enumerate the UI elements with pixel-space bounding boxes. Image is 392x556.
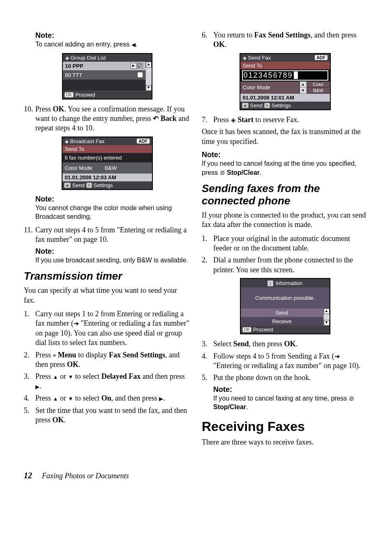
screen-footer: OK Proceed <box>63 91 152 99</box>
t: , then press <box>249 340 284 348</box>
stop-clear-icon <box>349 395 354 402</box>
screen-footer: OK Proceed <box>241 326 330 334</box>
title-text: Send Fax <box>248 55 271 61</box>
phone-intro: If your phone is connected to the produc… <box>202 211 368 230</box>
right-arrow-icon <box>35 382 39 390</box>
up-arrow-icon <box>53 394 58 402</box>
heading-connected-phone: Sending faxes from the connected phone <box>202 183 368 207</box>
bw-label: B&W <box>105 165 117 171</box>
chevron-right-icon <box>131 63 136 69</box>
t: or <box>58 394 68 402</box>
t: Carry out steps 4 to 5 from "Entering or… <box>35 225 190 245</box>
recv-intro: There are three ways to receive faxes. <box>202 438 368 447</box>
scroll-down-icon: ▼ <box>146 85 152 91</box>
timer-step-7: 7. Press Start to reserve Fax. <box>202 115 368 125</box>
color-mode-row: Color Mode B&W <box>62 162 152 174</box>
diamond-badge-icon: ◈ <box>242 103 249 108</box>
t: . <box>136 41 137 48</box>
t: . <box>39 382 42 390</box>
adf-badge: ADF <box>315 55 327 60</box>
option-receive: Receive <box>241 317 323 326</box>
t: , and then press <box>111 394 159 402</box>
stop-clear-label: Stop/Clear <box>227 169 260 176</box>
row-text: 60 TTT <box>65 72 83 78</box>
heading-transmission-timer: Transmission timer <box>24 270 190 283</box>
note-text: If you use broadcast sending, only B&W i… <box>35 256 190 265</box>
step-number: 2. <box>202 255 213 275</box>
up-arrow-icon: ▲ <box>300 81 307 88</box>
timer-step-4: 4. Press or to select On, and then press… <box>24 394 190 403</box>
step-number: 5. <box>202 373 213 382</box>
title-text: Information <box>276 280 302 286</box>
on-label: On <box>101 394 111 402</box>
step-number: 1. <box>24 309 35 348</box>
menu-badge-icon: ≡ <box>86 183 92 188</box>
step-number: 11. <box>24 225 35 245</box>
footer-settings: Settings <box>272 102 291 109</box>
step-number: 4. <box>202 352 213 371</box>
phone-step-5: 5. Put the phone down on the hook. <box>202 373 368 382</box>
ok-badge-icon: OK <box>242 327 251 332</box>
screenshot-send-fax: Send Fax ADF Send To 0123456789 Color Mo… <box>240 53 331 110</box>
heading-receiving-faxes: Receiving Faxes <box>202 419 368 434</box>
t: . <box>64 416 66 424</box>
screen-footer: ◈ Send ≡ Settings <box>240 102 330 109</box>
down-arrow-icon <box>68 394 73 402</box>
info-icon: i <box>267 280 273 286</box>
start-icon <box>231 116 236 124</box>
datetime: 01.01.2008 12:03 AM <box>62 174 152 181</box>
t: Press <box>35 394 53 402</box>
step-number: 4. <box>24 394 35 403</box>
t: Dial a number from the phone connected t… <box>213 255 368 275</box>
t: Press <box>35 351 53 359</box>
t: . <box>163 394 165 402</box>
fax-send-settings-label: Fax Send Settings <box>254 31 311 39</box>
cursor-icon <box>294 72 298 79</box>
arrow-right-icon <box>74 319 79 327</box>
row-text: 10 PPP <box>65 63 83 69</box>
t: and then press <box>141 372 184 380</box>
footer-text: Proceed <box>253 327 273 333</box>
t: Select <box>213 340 233 348</box>
step-number: 6. <box>202 30 213 50</box>
t: Press <box>35 372 53 380</box>
stop-clear-icon <box>220 169 225 176</box>
fax-number: 0123456789 <box>244 71 293 80</box>
diamond-icon <box>65 138 69 144</box>
footer-send: Send <box>72 182 85 188</box>
step-number: 5. <box>24 406 35 425</box>
t: to select <box>73 394 101 402</box>
start-label: Start <box>238 116 254 124</box>
t: to reserve Fax. <box>254 116 299 124</box>
step-11: 11. Carry out steps 4 to 5 from "Enterin… <box>24 225 190 245</box>
arrow-right-icon <box>334 352 340 360</box>
t: "Entering or redialing a fax number" on … <box>213 361 360 370</box>
page-footer: 12 Faxing Photos or Documents <box>24 471 368 480</box>
stop-clear-label: Stop/Clear <box>213 403 246 410</box>
t: If you need to cancel faxing at any time… <box>213 395 349 402</box>
t: Press <box>35 105 53 113</box>
screen-title: Broadcast Fax ADF <box>62 137 152 145</box>
note-text: You cannot change the color mode when us… <box>35 204 190 221</box>
diamond-icon <box>243 55 247 61</box>
send-to-label: Send To <box>240 62 330 70</box>
left-arrow-icon <box>131 41 136 48</box>
delayed-fax-label: Delayed Fax <box>101 372 141 380</box>
option-bw: B&W <box>307 88 330 94</box>
screenshot-group-dial-list: Group Dial List 10 PPP 60 TTT ▲ <box>62 53 152 100</box>
scroll-down-icon: ▼ <box>324 320 330 326</box>
footer-send: Send <box>250 102 263 109</box>
step-number: 3. <box>24 372 35 391</box>
t: . <box>296 340 298 348</box>
option-send: Send <box>241 308 323 317</box>
step-number: 1. <box>202 234 213 253</box>
step-number: 10. <box>24 104 35 133</box>
t: If you need to cancel faxing at the time… <box>202 160 356 176</box>
t: Follow steps 4 to 5 from Sending a Fax ( <box>213 352 334 360</box>
timer-step-3: 3. Press or to select Delayed Fax and th… <box>24 372 190 391</box>
title-text: Group Dial List <box>71 55 106 61</box>
phone-step-4: 4. Follow steps 4 to 5 from Sending a Fa… <box>202 352 368 371</box>
list-row-empty <box>63 80 145 91</box>
screen-title: Group Dial List <box>63 54 152 62</box>
ok-label: OK <box>53 105 65 113</box>
